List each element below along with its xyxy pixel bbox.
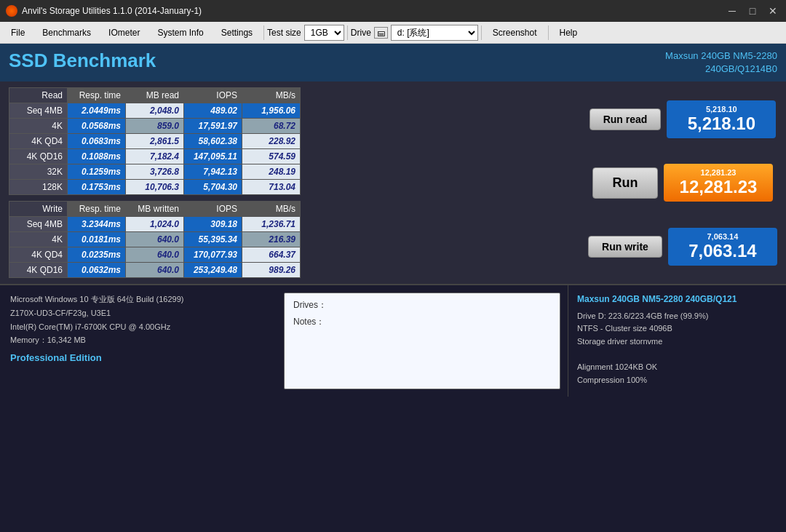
total-score-box: 12,281.23 12,281.23 [664,164,773,202]
table-row: 4K QD16 0.0632ms 640.0 253,249.48 989.26 [9,263,301,278]
menu-iometer[interactable]: IOmeter [100,24,148,41]
iops-write-col: IOPS [184,202,242,217]
iops-read-col: IOPS [184,88,242,103]
footer-right-line4 [577,348,777,361]
run-read-button[interactable]: Run read [590,108,662,130]
device-line2: 240GB/Q1214B0 [665,63,777,76]
table-row: Seq 4MB 2.0449ms 2,048.0 489.02 1,956.06 [9,103,301,119]
run-write-row: Run write 7,063.14 7,063.14 [588,228,777,266]
write-score-box: 7,063.14 7,063.14 [668,228,777,266]
write-score-label: 7,063.14 [677,232,769,241]
read-table: Read Resp. time MB read IOPS MB/s Seq 4M… [9,87,301,195]
footer-right: Maxsun 240GB NM5-2280 240GB/Q121 Drive D… [568,285,786,397]
table-row: Seq 4MB 3.2344ms 1,024.0 309.18 1,236.71 [9,217,301,232]
sys-line4: Memory：16,342 MB [10,333,266,347]
notes-label: Notes： [293,316,551,328]
resp-time-write-col: Resp. time [68,202,126,217]
mb-read-col: MB read [126,88,184,103]
footer-right-line5: Alignment 1024KB OK [577,361,777,374]
mbs-read-col: MB/s [242,88,301,103]
mb-written-col: MB written [126,202,184,217]
table-row: 128K 0.1753ms 10,706.3 5,704.30 713.04 [9,180,301,195]
test-size-label: Test size [267,28,301,38]
title-bar: Anvil's Storage Utilities 1.1.0 (2014-Ja… [0,0,786,22]
footer-left: Microsoft Windows 10 专业版 64位 Build (1629… [0,285,277,397]
table-row: 4K 0.0568ms 859.0 17,591.97 68.72 [9,119,301,134]
pro-edition-label: Professional Edition [10,350,266,366]
footer-right-line2: NTFS - Cluster size 4096B [577,322,777,336]
read-col-header: Read [9,88,68,103]
read-section: Read Resp. time MB read IOPS MB/s Seq 4M… [9,87,579,278]
footer-mid: Drives： Notes： [277,285,568,397]
minimize-button[interactable]: ─ [725,4,739,18]
read-score-box: 5,218.10 5,218.10 [667,100,776,138]
sys-line1: Microsoft Windows 10 专业版 64位 Build (1629… [10,293,266,306]
menu-separator-3 [481,25,482,40]
menu-settings[interactable]: Settings [213,24,261,41]
write-score-value: 7,063.14 [677,241,769,261]
menu-screenshot[interactable]: Screenshot [485,24,545,41]
sys-line3: Intel(R) Core(TM) i7-6700K CPU @ 4.00GHz [10,320,266,334]
menu-help[interactable]: Help [552,24,586,41]
run-write-button[interactable]: Run write [588,236,662,258]
menu-benchmarks[interactable]: Benchmarks [34,24,99,41]
table-row: 4K QD4 0.0683ms 2,861.5 58,602.38 228.92 [9,134,301,149]
maximize-button[interactable]: □ [745,4,760,18]
drive-label: Drive [351,28,371,38]
close-button[interactable]: ✕ [766,4,780,18]
run-main-row: Run 12,281.23 12,281.23 [588,164,777,202]
footer-right-line1: Drive D: 223.6/223.4GB free (99.9%) [577,310,777,323]
table-row: 4K 0.0181ms 640.0 55,395.34 216.39 [9,232,301,247]
app-header: SSD Benchmark Maxsun 240GB NM5-2280 240G… [0,44,786,82]
menu-separator-4 [548,25,549,40]
total-score-value: 12,281.23 [672,177,764,197]
run-button[interactable]: Run [592,167,658,199]
drive-icon: 🖴 [374,27,388,39]
run-read-row: Run read 5,218.10 5,218.10 [588,100,777,138]
mbs-write-col: MB/s [242,202,301,217]
main-content: Read Resp. time MB read IOPS MB/s Seq 4M… [0,82,786,284]
total-score-label: 12,281.23 [672,168,764,177]
table-row: 4K QD16 0.1088ms 7,182.4 147,095.11 574.… [9,149,301,164]
footer-right-line6: Compression 100% [577,374,777,387]
footer: Microsoft Windows 10 专业版 64位 Build (1629… [0,284,786,397]
test-size-select[interactable]: 1GB 4GB [304,25,344,41]
app-icon [6,5,17,17]
menu-system-info[interactable]: System Info [149,24,211,41]
drives-notes-box: Drives： Notes： [284,293,560,389]
menu-separator-2 [347,25,348,40]
drives-label: Drives： [293,299,551,311]
write-col-header: Write [9,202,68,217]
footer-right-title: Maxsun 240GB NM5-2280 240GB/Q121 [577,293,777,306]
table-row: 32K 0.1259ms 3,726.8 7,942.13 248.19 [9,164,301,180]
app-title: SSD Benchmark [9,49,156,72]
menu-separator-1 [263,25,264,40]
right-panel: Run read 5,218.10 5,218.10 Run 12,281.23… [588,87,777,278]
footer-right-line3: Storage driver stornvme [577,336,777,349]
menu-file[interactable]: File [3,24,33,41]
device-line1: Maxsun 240GB NM5-2280 [665,49,777,63]
sys-line2: Z170X-UD3-CF/F23g, U3E1 [10,306,266,320]
table-row: 4K QD4 0.0235ms 640.0 170,077.93 664.37 [9,247,301,263]
resp-time-col: Resp. time [68,88,126,103]
drive-select[interactable]: d: [系统] [391,25,478,41]
read-score-value: 5,218.10 [675,114,767,134]
menu-bar: File Benchmarks IOmeter System Info Sett… [0,22,786,44]
write-table: Write Resp. time MB written IOPS MB/s Se… [9,201,301,278]
read-score-label: 5,218.10 [675,105,767,114]
window-title: Anvil's Storage Utilities 1.1.0 (2014-Ja… [22,6,202,16]
